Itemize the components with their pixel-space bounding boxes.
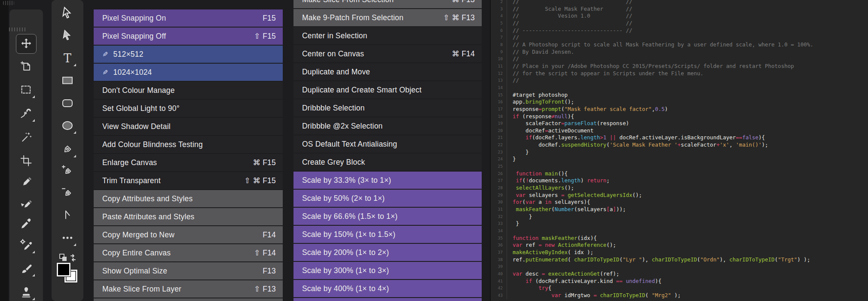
menu-item[interactable]: Set Global Light to 90° — [94, 100, 283, 117]
menu-item-label: Duplicate and Move — [302, 68, 475, 77]
menu-item[interactable]: Copy Attributes and Styles — [94, 190, 283, 207]
tool-magic-wand[interactable] — [16, 128, 36, 147]
menu-item[interactable]: ✎512×512 — [94, 46, 283, 63]
tool-rectangle[interactable] — [58, 71, 77, 90]
code-line: 12// for the script to appear in Scripts… — [491, 70, 868, 77]
line-number: 24 — [491, 156, 507, 163]
line-number: 23 — [491, 149, 507, 156]
tool-more[interactable] — [58, 228, 77, 247]
code-line: 27 if(!documents.length) return; — [491, 177, 868, 184]
tool-add-anchor[interactable] — [58, 161, 77, 180]
menu-item[interactable] — [293, 298, 482, 301]
tool-rounded-rectangle[interactable] — [58, 94, 77, 113]
code-line: 21 if(docRef.layers.length>1 || docRef.a… — [491, 134, 868, 141]
line-number: 42 — [491, 285, 507, 292]
code-line: 28 selectAllLayers(); — [491, 184, 868, 192]
menu-item[interactable]: Paste Attributes and Styles — [94, 208, 283, 225]
tool-artboard[interactable] — [16, 57, 36, 76]
tool-delete-anchor[interactable] — [58, 183, 77, 202]
tool-paintbrush[interactable] — [16, 259, 36, 278]
menu-item[interactable]: Add Colour Blindness Testing — [94, 136, 283, 153]
code-line: 24} — [491, 156, 868, 163]
menu-item[interactable]: Duplicate and Move — [293, 63, 482, 80]
menu-item[interactable]: Make Slice From Layer⇧ F13 — [94, 280, 283, 298]
code-line: 19 scaleFactor=parseFloat(response) — [491, 120, 868, 127]
menu-item-label: Scale by 150% (1× to 1.5×) — [302, 230, 475, 239]
code-text: var ref = new ActionReference(); — [507, 242, 868, 249]
menu-item[interactable]: Make Slice From Selection⌘ F13 — [293, 0, 482, 8]
line-number: 3 — [491, 6, 507, 13]
menu-item[interactable] — [94, 298, 283, 301]
menu-item[interactable]: Scale by 200% (1× to 2×) — [293, 244, 482, 261]
foreground-color-swatch[interactable] — [57, 263, 70, 276]
tool-healing-brush[interactable] — [16, 173, 36, 192]
tool-color-sampler[interactable] — [16, 236, 36, 255]
code-line: 37makeActiveByIndex( idx ); — [491, 249, 868, 256]
tool-convert-point[interactable] — [58, 205, 77, 224]
menu-item[interactable]: Duplicate and Create Smart Object — [293, 81, 482, 98]
menu-item[interactable]: Scale by 50% (2× to 1×) — [293, 190, 482, 207]
menu-item[interactable]: Pixel Snapping Off⇧ F15 — [94, 28, 283, 45]
tool-move[interactable] — [16, 34, 37, 54]
tool-crop[interactable] — [16, 151, 36, 170]
code-text: // — [507, 55, 868, 63]
menu-item[interactable]: Dribbble @2x Selection — [293, 117, 482, 135]
menu-item[interactable]: Center in Selection — [293, 27, 482, 44]
line-number: 17 — [491, 106, 507, 113]
line-number: 40 — [491, 270, 507, 278]
tool-stamp[interactable] — [16, 283, 36, 301]
tool-magnetic-lasso[interactable] — [16, 104, 36, 123]
menu-item[interactable]: Show Optimal SizeF13 — [94, 262, 283, 280]
menu-item[interactable]: Copy Merged to NewF14 — [94, 226, 283, 243]
menu-item[interactable]: Pixel Snapping OnF15 — [94, 9, 283, 27]
code-line: 32 } — [491, 213, 868, 221]
menu-item[interactable]: Make 9-Patch From Selection⇧ ⌘ F13 — [293, 9, 482, 26]
menu-item[interactable]: Scale by 150% (1× to 1.5×) — [293, 226, 482, 243]
menu-item[interactable]: Scale by 400% (1× to 4×) — [293, 280, 482, 297]
menu-item[interactable]: Center on Canvas⌘ F14 — [293, 45, 482, 62]
menu-item[interactable]: ✎1024×1024 — [94, 64, 283, 81]
stamp-icon — [20, 286, 33, 298]
menu-item[interactable]: Scale by 300% (1× to 3×) — [293, 262, 482, 279]
ellipse-icon — [61, 119, 74, 132]
menu-item-label: Pixel Snapping On — [102, 14, 257, 23]
code-text: // By David Jensen. — [507, 49, 868, 56]
tool-pen[interactable] — [58, 140, 77, 159]
tool-type[interactable]: T — [58, 49, 77, 68]
tool-select-outline[interactable] — [58, 3, 77, 22]
menu-item[interactable]: Dribbble Selection — [293, 99, 482, 117]
menu-item[interactable]: Create Grey Block — [293, 154, 482, 171]
menu-item[interactable]: Scale by 33.3% (3× to 1×) — [293, 172, 482, 189]
tool-ellipse[interactable] — [58, 116, 77, 135]
code-editor[interactable]: 2// //3// Scale Mask Feather //4// Vesio… — [490, 0, 868, 301]
menu-item[interactable]: Copy Entire Canvas⇧ F14 — [94, 244, 283, 261]
code-line: 8// A Photoshop script to scale all Mask… — [491, 41, 868, 49]
tool-mixer-brush[interactable] — [16, 194, 36, 213]
code-line: 29 var selLayers = getSelectedLayersIdx(… — [491, 192, 868, 199]
menu-item[interactable]: Scale by 66.6% (1.5× to 1×) — [293, 208, 482, 225]
tool-marquee[interactable] — [16, 80, 36, 99]
code-text: } — [507, 213, 868, 221]
cursor-outline-icon — [61, 6, 74, 20]
rectangle-icon — [61, 74, 74, 87]
foreground-background-swatches[interactable] — [58, 264, 77, 283]
code-text: } — [507, 220, 868, 227]
tool-eyedropper[interactable] — [16, 214, 36, 233]
menu-item[interactable]: OS Default Text Antialiasing — [293, 135, 482, 153]
menu-item-shortcut: ⇧ F14 — [254, 249, 276, 258]
code-line: 18if (response≠null){ — [491, 113, 868, 120]
code-text: #target photoshop — [507, 92, 868, 99]
menu-item[interactable]: Don't Colour Manage — [94, 82, 283, 99]
menu-item[interactable]: View Shadow Detail — [94, 118, 283, 135]
flyout-triangle-icon — [73, 64, 76, 66]
eyedropper-icon — [20, 217, 33, 230]
code-text: makeActiveByIndex( idx ); — [507, 249, 868, 256]
menu-item[interactable]: Trim Transparent⇧ ⌘ F15 — [94, 172, 283, 189]
app-root: T Pixel Snapping OnF15Pixel Snapping Off… — [0, 0, 868, 301]
magic-wand-icon — [20, 131, 33, 144]
line-number: 8 — [491, 41, 507, 49]
tool-select-solid[interactable] — [58, 26, 77, 45]
menu-item-label: Duplicate and Create Smart Object — [302, 86, 475, 95]
flyout-triangle-icon — [32, 119, 35, 122]
menu-item[interactable]: Enlarge Canvas⌘ F15 — [94, 154, 283, 171]
